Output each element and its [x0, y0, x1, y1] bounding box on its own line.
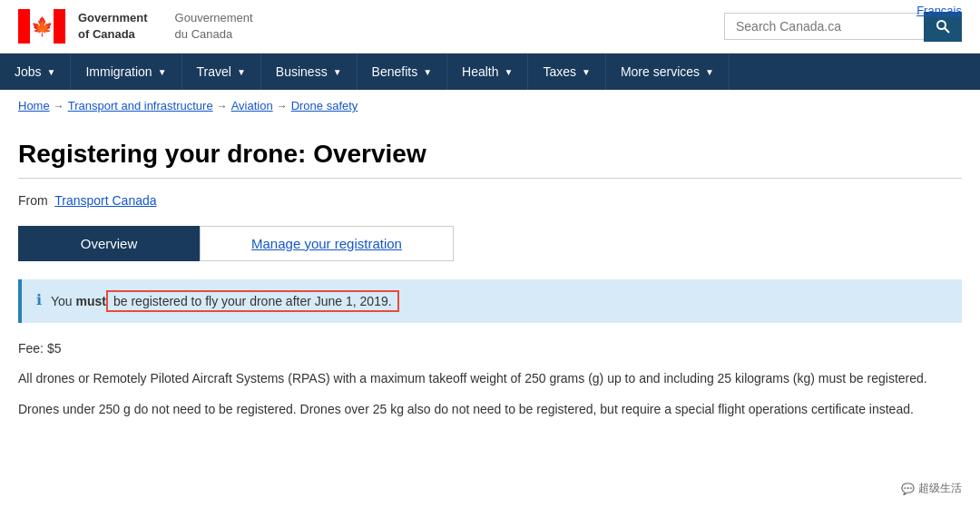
- search-icon: [936, 19, 950, 34]
- svg-rect-1: [54, 9, 65, 44]
- breadcrumb-drone-safety[interactable]: Drone safety: [291, 99, 358, 112]
- gov-en-text: Government of Canada: [78, 10, 148, 43]
- info-icon: ℹ: [36, 291, 42, 308]
- alert-bold: must: [76, 294, 106, 308]
- transport-canada-link[interactable]: Transport Canada: [54, 193, 156, 208]
- alert-highlighted-text: be registered to fly your drone after Ju…: [106, 290, 399, 312]
- language-link[interactable]: Français: [916, 4, 962, 17]
- gov-fr-text: Gouvernement du Canada: [175, 10, 253, 43]
- page-title: Registering your drone: Overview: [18, 140, 962, 179]
- canada-flag: 🍁: [18, 9, 65, 44]
- nav-item-travel[interactable]: Travel ▼: [182, 54, 261, 90]
- tab-overview[interactable]: Overview: [18, 226, 200, 261]
- svg-rect-0: [18, 9, 30, 44]
- nav-item-taxes[interactable]: Taxes ▼: [528, 54, 605, 90]
- search-input[interactable]: [724, 13, 924, 40]
- from-label: From: [18, 193, 48, 208]
- nav-item-more-services[interactable]: More services ▼: [606, 54, 730, 90]
- breadcrumb-home[interactable]: Home: [18, 99, 50, 112]
- chevron-down-icon: ▼: [333, 67, 342, 77]
- svg-point-4: [937, 21, 946, 29]
- nav-item-benefits[interactable]: Benefits ▼: [358, 54, 448, 90]
- nav-item-business[interactable]: Business ▼: [261, 54, 358, 90]
- gov-text: Government of Canada Gouvernement du Can…: [78, 10, 253, 43]
- nav-item-jobs[interactable]: Jobs ▼: [0, 54, 71, 90]
- breadcrumb-arrow: →: [54, 100, 64, 112]
- alert-text: You must be registered to fly your drone…: [51, 290, 399, 312]
- chevron-down-icon: ▼: [423, 67, 432, 77]
- nav-bar: Jobs ▼ Immigration ▼ Travel ▼ Business ▼…: [0, 54, 980, 90]
- logo-area: 🍁 Government of Canada Gouvernement du C…: [18, 9, 724, 44]
- tab-manage-registration[interactable]: Manage your registration: [200, 226, 454, 261]
- chevron-down-icon: ▼: [47, 67, 56, 77]
- body-para-1: All drones or Remotely Piloted Aircraft …: [18, 368, 962, 388]
- breadcrumb-transport[interactable]: Transport and infrastructure: [68, 99, 213, 112]
- breadcrumb-arrow: →: [217, 100, 228, 112]
- breadcrumb: Home → Transport and infrastructure → Av…: [0, 90, 980, 122]
- svg-text:🍁: 🍁: [31, 15, 54, 37]
- fee-line: Fee: $5: [18, 341, 962, 356]
- chevron-down-icon: ▼: [237, 67, 246, 77]
- chevron-down-icon: ▼: [505, 67, 514, 77]
- chevron-down-icon: ▼: [582, 67, 591, 77]
- breadcrumb-arrow: →: [277, 100, 288, 112]
- breadcrumb-aviation[interactable]: Aviation: [231, 99, 273, 112]
- header: 🍁 Government of Canada Gouvernement du C…: [0, 0, 980, 54]
- svg-line-5: [945, 28, 949, 33]
- body-para-2: Drones under 250 g do not need to be reg…: [18, 399, 962, 419]
- tab-buttons: Overview Manage your registration: [18, 226, 962, 261]
- nav-item-immigration[interactable]: Immigration ▼: [71, 54, 181, 90]
- chevron-down-icon: ▼: [158, 67, 167, 77]
- content-area: Registering your drone: Overview From Tr…: [0, 122, 980, 449]
- alert-box: ℹ You must be registered to fly your dro…: [18, 279, 962, 323]
- chevron-down-icon: ▼: [705, 67, 714, 77]
- nav-item-health[interactable]: Health ▼: [447, 54, 528, 90]
- from-line: From Transport Canada: [18, 193, 962, 208]
